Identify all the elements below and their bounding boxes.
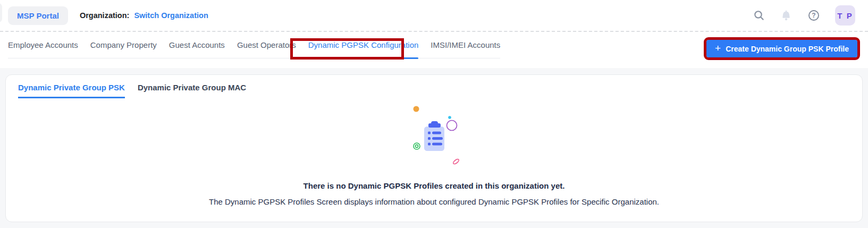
user-avatar[interactable]: T P [835,5,855,26]
tab-list: Employee Accounts Company Property Guest… [8,32,500,58]
tab-employee-accounts[interactable]: Employee Accounts [8,32,78,58]
msp-portal-badge[interactable]: MSP Portal [8,6,68,25]
svg-text:?: ? [812,12,815,19]
tab-guest-accounts[interactable]: Guest Accounts [169,32,225,58]
main-tab-bar: Employee Accounts Company Property Guest… [0,32,868,68]
empty-state-description: The Dynamic PGPSK Profiles Screen displa… [209,197,659,206]
subtab-list: Dynamic Private Group PSK Dynamic Privat… [6,75,862,98]
topbar-icons: ? T P [753,5,868,26]
tab-company-property[interactable]: Company Property [90,32,157,58]
subtab-dynamic-private-group-psk[interactable]: Dynamic Private Group PSK [18,83,125,98]
bell-icon[interactable] [780,9,793,22]
page-background: Dynamic Private Group PSK Dynamic Privat… [0,68,868,228]
left-edge-element [0,3,2,22]
create-dynamic-group-psk-profile-button[interactable]: + Create Dynamic Group PSK Profile [706,40,857,57]
pgpsk-card: Dynamic Private Group PSK Dynamic Privat… [5,74,863,222]
tab-dynamic-pgpsk-configuration[interactable]: Dynamic PGPSK Configuration [308,32,419,58]
empty-state: There is no Dynamic PGPSK Profiles creat… [6,98,862,206]
tab-guest-operators[interactable]: Guest Operators [237,32,296,58]
top-bar: MSP Portal Organization: Switch Organiza… [0,0,868,32]
plus-icon: + [715,43,721,53]
clipboard-illustration [397,104,471,168]
create-button-label: Create Dynamic Group PSK Profile [726,45,849,53]
help-icon[interactable]: ? [807,9,820,22]
empty-state-title: There is no Dynamic PGPSK Profiles creat… [304,181,565,190]
organization-label: Organization: [80,11,129,20]
switch-organization-link[interactable]: Switch Organization [134,11,208,20]
tab-imsi-imei-accounts[interactable]: IMSI/IMEI Accounts [431,32,500,58]
subtab-dynamic-private-group-mac[interactable]: Dynamic Private Group MAC [138,83,246,98]
search-icon[interactable] [753,10,765,21]
